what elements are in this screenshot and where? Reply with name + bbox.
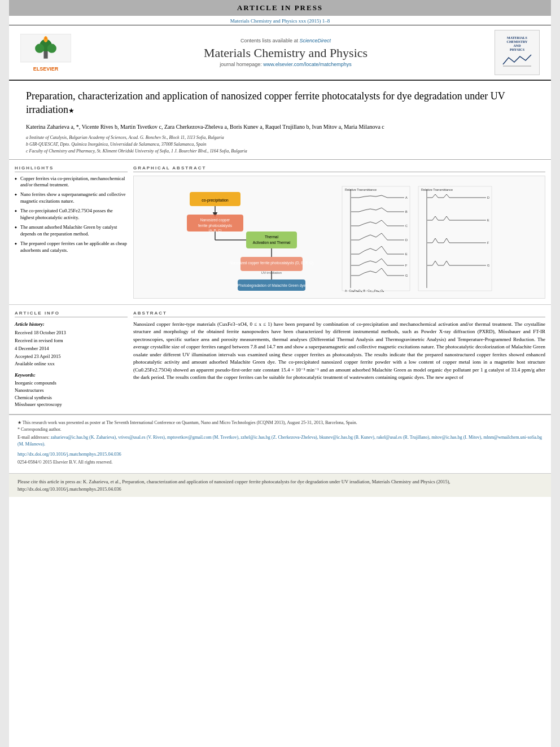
journal-citation: Materials Chemistry and Physics xxx (201… — [9, 16, 551, 25]
svg-text:co-precipitation: co-precipitation — [202, 198, 229, 203]
email-addresses: zaharieva@ic.has.bg (K. Zaharieva), vriv… — [18, 435, 542, 447]
highlights-label: HIGHLIGHTS — [15, 165, 128, 172]
svg-text:C: C — [405, 224, 408, 228]
keyword-1: Inorganic compounds — [15, 379, 128, 387]
highlights-list: Copper ferrites via co-precipitation, me… — [15, 176, 128, 254]
footnote-emails: E-mail addresses: zaharieva@ic.has.bg (K… — [18, 434, 542, 448]
article-title-section: Preparation, characterization and applic… — [9, 81, 551, 160]
article-in-press-banner: ARTICLE IN PRESS — [9, 0, 551, 16]
sciencedirect-link[interactable]: ScienceDirect — [300, 38, 331, 43]
svg-rect-37 — [418, 186, 492, 291]
keywords-title: Keywords: — [15, 372, 128, 378]
svg-text:Relative Transmittance: Relative Transmittance — [421, 188, 453, 191]
article-info-col: ARTICLE INFO Article history: Received 1… — [15, 311, 128, 409]
highlight-item-3: The co-precipitated Cu0.25Fe2.75O4 posse… — [15, 208, 128, 221]
highlight-item-4: The amount adsorbed Malachite Green by c… — [15, 224, 128, 238]
mcp-logo-graphic — [500, 52, 534, 69]
svg-text:B: B — [405, 210, 408, 213]
svg-text:C - CuFe₂O₄; D - Cu₀.₂₅Fe₂.₇₅O: C - CuFe₂O₄; D - Cu₀.₂₅Fe₂.₇₅O₄; E - CuF… — [345, 293, 403, 294]
history-item-2: Received in revised form — [15, 337, 128, 344]
article-title: Preparation, characterization and applic… — [26, 89, 534, 117]
keyword-4: Mössbauer spectroscopy — [15, 401, 128, 408]
keyword-3: Chemical synthesis — [15, 394, 128, 401]
svg-text:D: D — [405, 238, 408, 242]
affiliation-b: b GIR-QUESCAT, Dpto. Química Inorgánica,… — [26, 141, 534, 148]
footnote-corresponding: * Corresponding author. — [18, 426, 542, 433]
history-item-4: Accepted 23 April 2015 — [15, 353, 128, 360]
svg-text:A - Cu₁Fe₂O₄; B - Cu₀.₅Fe₂.₅O₄: A - Cu₁Fe₂O₄; B - Cu₀.₅Fe₂.₅O₄ — [345, 289, 384, 292]
svg-text:Thermal: Thermal — [265, 235, 278, 239]
mcp-logo: MATERIALSCHEMISTRYANDPHYSICS — [495, 30, 540, 75]
copyright-line: 0254-0584/© 2015 Elsevier B.V. All right… — [18, 459, 542, 466]
history-item-5: Available online xxx — [15, 360, 128, 368]
article-history: Article history: Received 18 October 201… — [15, 321, 128, 368]
highlight-item-1: Copper ferrites via co-precipitation, me… — [15, 176, 128, 189]
svg-point-3 — [35, 43, 44, 53]
footnotes-section: ★ This research work was presented as po… — [9, 414, 551, 470]
journal-homepage: journal homepage: www.elsevier.com/locat… — [81, 62, 490, 67]
svg-text:ferrite photocatalysts: ferrite photocatalysts — [198, 224, 233, 228]
highlights-col: HIGHLIGHTS Copper ferrites via co-precip… — [15, 165, 128, 299]
affiliation-a: a Institute of Catalysis, Bulgarian Acad… — [26, 134, 534, 141]
svg-text:G: G — [405, 274, 408, 277]
mcp-logo-section: MATERIALSCHEMISTRYANDPHYSICS — [495, 30, 545, 75]
graphical-abstract-label: GRAPHICAL ABSTRACT — [133, 165, 545, 172]
citation-box: Please cite this article in press as: K.… — [9, 473, 551, 497]
elsevier-text: ELSEVIER — [33, 66, 59, 72]
doi-line[interactable]: http://dx.doi.org/10.1016/j.matchemphys.… — [18, 451, 542, 458]
journal-homepage-link[interactable]: www.elsevier.com/locate/matchemphys — [263, 62, 352, 67]
svg-text:Relative Transmittance: Relative Transmittance — [345, 188, 377, 191]
keyword-2: Nanostructures — [15, 387, 128, 394]
svg-text:E: E — [405, 252, 408, 256]
svg-text:D: D — [487, 196, 489, 199]
keywords-list: Inorganic compounds Nanostructures Chemi… — [15, 379, 128, 408]
svg-rect-17 — [246, 231, 297, 248]
graphical-abstract-image: co-precipitation Nanosized copper ferrit… — [138, 181, 540, 294]
svg-text:Nanosized copper: Nanosized copper — [200, 218, 230, 222]
highlight-item-2: Nano ferrites show a superparamagnetic a… — [15, 191, 128, 205]
email-label: E-mail addresses: — [18, 435, 50, 440]
abstract-label: ABSTRACT — [133, 311, 545, 317]
svg-text:UV-irradiation: UV-irradiation — [261, 271, 282, 274]
svg-text:A: A — [405, 196, 408, 199]
journal-header: ELSEVIER Contents lists available at Sci… — [9, 25, 551, 81]
journal-title-section: Contents lists available at ScienceDirec… — [81, 38, 490, 67]
svg-text:Nanosized copper ferrite photo: Nanosized copper ferrite photocatalysts … — [230, 261, 313, 265]
graphical-abstract-col: GRAPHICAL ABSTRACT co-precipitation Nano… — [133, 165, 545, 299]
abstract-col: ABSTRACT Nanosized copper ferrite-type m… — [133, 311, 545, 409]
affiliation-c: c Faculty of Chemistry and Pharmacy, St.… — [26, 148, 534, 155]
footnote-star: ★ This research work was presented as po… — [18, 420, 542, 426]
journal-title: Materials Chemistry and Physics — [81, 46, 490, 60]
highlights-abstract-section: HIGHLIGHTS Copper ferrites via co-precip… — [9, 160, 551, 305]
graphical-abstract-box: co-precipitation Nanosized copper ferrit… — [133, 176, 545, 299]
affiliations: a Institute of Catalysis, Bulgarian Acad… — [26, 134, 534, 155]
svg-text:G: G — [487, 264, 489, 267]
mcp-logo-title: MATERIALSCHEMISTRYANDPHYSICS — [507, 36, 528, 53]
elsevier-logo-section: ELSEVIER — [15, 34, 77, 72]
abstract-text: Nanosized copper ferrite-type materials … — [133, 321, 545, 382]
svg-rect-27 — [342, 186, 410, 291]
svg-text:Photodegradation of Malachite : Photodegradation of Malachite Green dye — [238, 283, 306, 288]
elsevier-tree-logo — [20, 34, 71, 65]
history-item-1: Received 18 October 2013 — [15, 329, 128, 337]
highlight-item-5: The prepared copper ferrites can be appl… — [15, 241, 128, 254]
authors: Katerina Zaharieva a, *, Vicente Rives b… — [26, 123, 534, 132]
svg-point-4 — [47, 43, 56, 53]
svg-text:E: E — [487, 219, 489, 222]
article-info-abstract-section: ARTICLE INFO Article history: Received 1… — [9, 305, 551, 415]
history-item-3: 4 December 2014 — [15, 345, 128, 352]
svg-text:Activation and Thermal: Activation and Thermal — [253, 241, 291, 244]
article-info-label: ARTICLE INFO — [15, 311, 128, 317]
contents-available-text: Contents lists available at ScienceDirec… — [81, 38, 490, 43]
article-history-title: Article history: — [15, 321, 128, 328]
